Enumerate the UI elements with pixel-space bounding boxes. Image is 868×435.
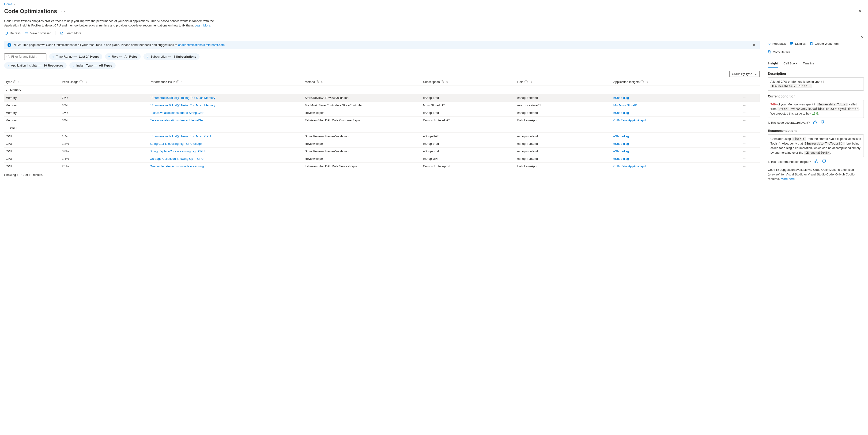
more-here-link[interactable]: More here. — [781, 177, 796, 180]
app-insights-link[interactable]: eShop-diag — [613, 149, 629, 153]
group-header-memory[interactable]: ⌄Memory — [4, 86, 760, 94]
filter-time-range[interactable]: ▿ Time Range == Last 24 Hours — [49, 54, 102, 60]
feedback-button[interactable]: ☺Feedback — [768, 42, 786, 46]
thumbs-down-icon[interactable] — [822, 159, 826, 164]
row-menu-icon[interactable]: ⋯ — [743, 96, 747, 100]
create-work-item-button[interactable]: Create Work Item — [810, 42, 839, 46]
tab-timeline[interactable]: Timeline — [803, 60, 814, 68]
list-icon — [25, 31, 29, 35]
panel-close-icon[interactable]: ✕ — [861, 35, 864, 40]
cell-type: Memory — [4, 101, 61, 109]
table-row[interactable]: Memory74%`IEnumerable.ToList()` Taking T… — [4, 94, 760, 101]
sort-icon[interactable]: ↑↓ — [321, 80, 323, 83]
issue-link[interactable]: Excessive allocations due to String.Ctor — [150, 111, 203, 114]
refresh-button[interactable]: Refresh — [4, 31, 21, 35]
sort-icon[interactable]: ↑↓ — [85, 80, 87, 83]
table-row[interactable]: Memory36%Excessive allocations due to St… — [4, 109, 760, 116]
col-method[interactable]: Method i↑↓ — [303, 78, 422, 86]
banner-close-icon[interactable]: ✕ — [752, 43, 756, 47]
cell-issue: String.Ctor is causing high CPU usage — [148, 140, 303, 147]
issue-link[interactable]: `IEnumerable.ToList()` Taking Too Much M… — [150, 104, 215, 107]
row-menu-icon[interactable]: ⋯ — [743, 119, 747, 122]
learn-more-link[interactable]: Learn More. — [195, 24, 211, 27]
cell-peak: 36% — [61, 109, 148, 116]
col-subscription[interactable]: Subscription i↑↓ — [422, 78, 516, 86]
cell-peak: 3.4% — [61, 155, 148, 162]
chevron-down-icon: ⌄ — [6, 127, 8, 130]
table-row[interactable]: CPU2.5%QueryableExtensions.Include is ca… — [4, 162, 760, 170]
feedback-accurate-row: Is this issue accurate/relevant? — [768, 120, 864, 125]
search-input-wrap[interactable] — [4, 54, 46, 60]
issue-link[interactable]: QueryableExtensions.Include is causing — [150, 164, 204, 168]
issue-link[interactable]: String.Ctor is causing high CPU usage — [150, 142, 202, 145]
issue-link[interactable]: `IEnumerable.ToList()` Taking Too Much C… — [150, 134, 211, 138]
table-row[interactable]: Memory34%Excessive allocations due to In… — [4, 116, 760, 124]
issue-link[interactable]: Excessive allocations due to InternalSet — [150, 119, 204, 122]
group-by-select[interactable]: Group By Type ⌄ — [730, 71, 760, 77]
app-insights-link[interactable]: eShop-diag — [613, 142, 629, 145]
cell-app-insights: MvcMusicStore01 — [612, 101, 730, 109]
page-title: Code Optimizations — [4, 8, 57, 14]
app-insights-link[interactable]: eShop-diag — [613, 134, 629, 138]
sort-icon[interactable]: ↑↓ — [181, 80, 184, 83]
close-icon[interactable]: ✕ — [857, 8, 864, 15]
table-row[interactable]: CPU3.4%Garbage Collection Showing Up in … — [4, 155, 760, 162]
copy-icon — [768, 50, 771, 54]
cell-role: eshop-frontend — [516, 94, 612, 101]
cell-method: Store.Reviews.ReviewValidation — [303, 147, 422, 155]
col-role[interactable]: Role i↑↓ — [516, 78, 612, 86]
filter-role[interactable]: ▿ Role == All Roles — [105, 54, 141, 60]
copy-details-button[interactable]: Copy Details — [768, 50, 790, 54]
filter-subscription[interactable]: ▿ Subscription == 4 Subscriptions — [144, 54, 199, 60]
thumbs-up-icon[interactable] — [814, 159, 818, 164]
issue-link[interactable]: `IEnumerable.ToList()` Taking Too Much M… — [150, 96, 215, 100]
sort-icon[interactable]: ↑↓ — [446, 80, 448, 83]
issue-link[interactable]: String.ReplaceCore is causing high CPU — [150, 149, 205, 153]
table-row[interactable]: CPU3.8%String.ReplaceCore is causing hig… — [4, 147, 760, 155]
cell-method: Store.Reviews.ReviewValidation — [303, 94, 422, 101]
table-row[interactable]: CPU10%`IEnumerable.ToList()` Taking Too … — [4, 132, 760, 140]
col-type[interactable]: Type i↑↓ — [4, 78, 61, 86]
app-insights-link[interactable]: CH1-RetailAppAI-Prepd — [613, 164, 646, 168]
app-insights-link[interactable]: CH1-RetailAppAI-Prepd — [613, 119, 646, 122]
group-header-cpu[interactable]: ⌄CPU — [4, 124, 760, 132]
search-input[interactable] — [11, 55, 44, 58]
issue-link[interactable]: Garbage Collection Showing Up in CPU — [150, 157, 204, 161]
cell-subscription: ContosoHotels-prod — [422, 162, 516, 170]
results-count: Showing 1 - 12 of 12 results. — [4, 173, 760, 177]
tab-insight[interactable]: Insight — [768, 60, 778, 68]
table-row[interactable]: CPU3.8%String.Ctor is causing high CPU u… — [4, 140, 760, 147]
external-link-icon — [60, 31, 64, 35]
feedback-email-link[interactable]: codeoptimizations@microsoft.com — [178, 43, 225, 46]
app-insights-link[interactable]: eShop-diag — [613, 96, 629, 100]
row-menu-icon[interactable]: ⋯ — [743, 164, 747, 168]
dismiss-button[interactable]: Dismiss — [790, 42, 806, 46]
thumbs-up-icon[interactable] — [813, 120, 817, 125]
row-menu-icon[interactable]: ⋯ — [743, 111, 747, 114]
filter-insight-type[interactable]: ▿ Insight Type == All Types — [69, 62, 116, 69]
tab-call-stack[interactable]: Call Stack — [783, 60, 798, 68]
row-menu-icon[interactable]: ⋯ — [743, 104, 747, 107]
more-options-icon[interactable]: ⋯ — [61, 9, 65, 13]
sort-icon[interactable]: ↑↓ — [18, 80, 21, 83]
row-menu-icon[interactable]: ⋯ — [743, 149, 747, 153]
app-insights-link[interactable]: eShop-diag — [613, 111, 629, 114]
table-row[interactable]: Memory36%`IEnumerable.ToList()` Taking T… — [4, 101, 760, 109]
col-peak-usage[interactable]: Peak Usage i↑↓ — [61, 78, 148, 86]
col-performance-issue[interactable]: Performance Issue i↑↓ — [148, 78, 303, 86]
view-dismissed-button[interactable]: View dismissed — [25, 31, 51, 35]
row-menu-icon[interactable]: ⋯ — [743, 134, 747, 138]
thumbs-down-icon[interactable] — [820, 120, 825, 125]
row-menu-icon[interactable]: ⋯ — [743, 142, 747, 145]
learn-more-button[interactable]: Learn More — [60, 31, 81, 35]
app-insights-link[interactable]: eShop-diag — [613, 157, 629, 161]
row-menu-icon[interactable]: ⋯ — [743, 157, 747, 161]
refresh-icon — [4, 31, 8, 35]
app-insights-link[interactable]: MvcMusicStore01 — [613, 104, 638, 107]
cell-subscription: MusicStore-UAT — [422, 101, 516, 109]
sort-icon[interactable]: ↑↓ — [646, 80, 648, 83]
sort-icon[interactable]: ↑↓ — [529, 80, 532, 83]
breadcrumb-home-link[interactable]: Home — [4, 2, 12, 6]
col-app-insights[interactable]: Application Insights i↑↓ — [612, 78, 730, 86]
filter-app-insights[interactable]: ▿ Application Insights == 10 Resources — [4, 62, 67, 69]
